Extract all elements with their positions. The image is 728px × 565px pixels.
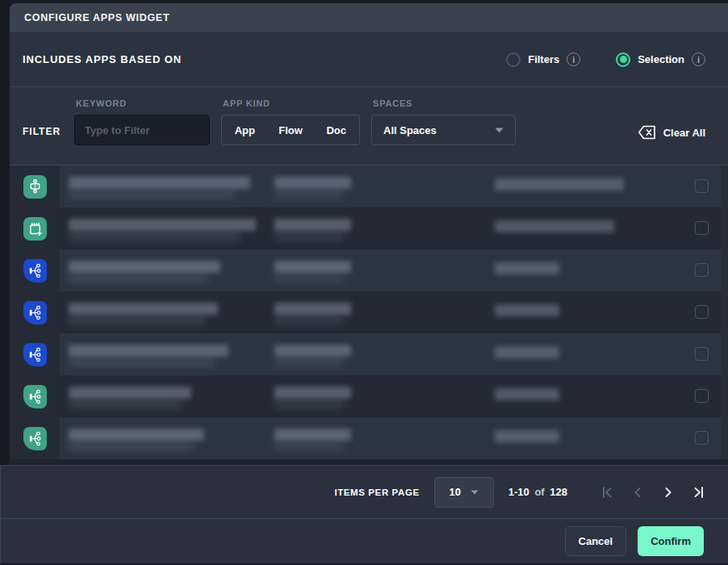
redacted-app-name: [69, 261, 220, 273]
cancel-button[interactable]: Cancel: [565, 526, 627, 556]
list-bottom-strip: [10, 459, 728, 465]
redacted-text: [274, 400, 344, 408]
redacted-text: [495, 220, 614, 232]
row-gutter: [721, 249, 728, 291]
page-size-dropdown[interactable]: 10: [434, 477, 494, 508]
table-row[interactable]: [10, 207, 728, 249]
redacted-text: [274, 232, 344, 241]
row-content: [60, 417, 721, 459]
app-icon-cell: [10, 375, 60, 417]
flow-branch-app-icon: [23, 343, 47, 366]
first-page-icon[interactable]: [600, 485, 613, 499]
calendar-add-app-icon: [23, 217, 47, 241]
app-icon-cell: [10, 417, 60, 459]
keyword-input[interactable]: [74, 115, 210, 145]
selection-info-icon[interactable]: [692, 52, 705, 66]
table-row[interactable]: [10, 165, 728, 207]
row-select-checkbox[interactable]: [695, 347, 709, 361]
radio-selection-icon[interactable]: [616, 52, 630, 67]
page-size-value: 10: [450, 486, 461, 498]
redacted-text: [274, 219, 351, 231]
redacted-text: [274, 261, 351, 273]
redacted-app-name: [69, 387, 191, 399]
redacted-app-name: [69, 345, 228, 357]
table-row[interactable]: [10, 375, 728, 417]
row-content: [60, 375, 721, 417]
redacted-text: [274, 316, 344, 324]
confirm-button[interactable]: Confirm: [638, 526, 704, 556]
row-gutter: [721, 375, 728, 417]
last-page-icon[interactable]: [692, 485, 705, 499]
redacted-text: [274, 177, 351, 189]
app-icon-cell: [10, 291, 60, 333]
app-kind-option-flow[interactable]: Flow: [268, 115, 314, 144]
clear-all-button[interactable]: Clear All: [638, 112, 705, 140]
app-kind-option-app[interactable]: App: [222, 115, 268, 144]
table-row[interactable]: [10, 249, 728, 291]
pagination-bar: ITEMS PER PAGE 10 1-10 of 128: [0, 465, 728, 518]
app-icon-cell: [10, 207, 60, 249]
previous-page-icon[interactable]: [630, 485, 644, 499]
redacted-text: [495, 262, 559, 274]
table-row[interactable]: [10, 417, 728, 459]
redacted-text: [495, 346, 559, 358]
modal-title: CONFIGURE APPS WIDGET: [24, 12, 169, 23]
row-gutter: [721, 165, 728, 207]
redacted-text: [274, 190, 344, 199]
keyword-field: KEYWORD: [74, 87, 210, 145]
redacted-text: [69, 232, 241, 241]
row-select-checkbox[interactable]: [695, 179, 709, 193]
flow-branch-app-icon: [23, 427, 47, 450]
redacted-text: [274, 303, 351, 315]
chevron-down-icon: [495, 128, 504, 133]
redacted-text: [274, 345, 351, 357]
next-page-icon[interactable]: [661, 485, 675, 499]
redacted-text: [69, 442, 194, 450]
pager-controls: [600, 485, 705, 499]
modal-titlebar: CONFIGURE APPS WIDGET: [10, 3, 728, 32]
flow-branch-app-icon: [23, 301, 47, 324]
row-select-checkbox[interactable]: [695, 389, 709, 403]
page-range-current: 1-10: [508, 486, 529, 498]
filter-section-label: FILTER: [23, 115, 74, 137]
table-row[interactable]: [10, 333, 728, 375]
redacted-text: [69, 316, 206, 324]
page-range-total: 128: [550, 486, 567, 498]
page-range-text: 1-10 of 128: [508, 486, 567, 498]
redacted-text: [69, 190, 236, 199]
spaces-dropdown[interactable]: All Spaces: [371, 115, 516, 145]
row-gutter: [721, 417, 728, 459]
modal-footer: Cancel Confirm: [0, 518, 728, 563]
row-gutter: [721, 333, 728, 375]
page-range-of: of: [532, 486, 546, 498]
filters-info-icon[interactable]: [567, 52, 580, 66]
redacted-app-name: [69, 177, 250, 189]
row-select-checkbox[interactable]: [695, 305, 709, 319]
row-content: [60, 333, 721, 375]
app-kind-option-doc[interactable]: Doc: [313, 115, 359, 144]
app-icon-cell: [10, 165, 60, 207]
radio-option-filters[interactable]: Filters: [506, 52, 580, 67]
row-select-checkbox[interactable]: [695, 221, 709, 235]
row-select-checkbox[interactable]: [695, 263, 709, 277]
row-content: [60, 207, 721, 249]
mode-section-label: INCLUDES APPS BASED ON: [23, 53, 182, 65]
radio-dot: [620, 56, 627, 63]
row-select-checkbox[interactable]: [695, 431, 709, 445]
app-icon-cell: [10, 249, 60, 291]
redacted-app-name: [69, 429, 204, 441]
spaces-field: SPACES All Spaces: [371, 87, 516, 145]
clear-all-label: Clear All: [663, 127, 705, 139]
backspace-clear-icon: [638, 125, 656, 140]
keyword-label: KEYWORD: [76, 98, 210, 108]
flow-branch-app-icon: [23, 259, 47, 282]
radio-selection-label: Selection: [638, 53, 684, 65]
radio-filters-icon[interactable]: [506, 52, 521, 67]
radio-option-selection[interactable]: Selection: [616, 52, 705, 67]
modal-upper-area: CONFIGURE APPS WIDGET INCLUDES APPS BASE…: [10, 3, 728, 465]
app-kind-field: APP KIND App Flow Doc: [221, 87, 360, 145]
app-icon-cell: [10, 333, 60, 375]
redacted-text: [495, 430, 559, 442]
table-row[interactable]: [10, 291, 728, 333]
row-content: [60, 249, 721, 291]
